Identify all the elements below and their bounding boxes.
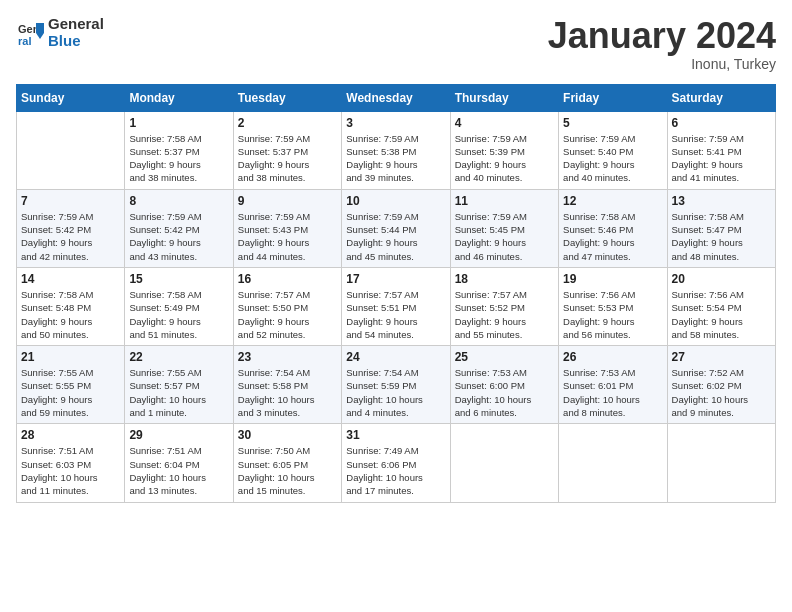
day-info: Sunrise: 7:59 AMSunset: 5:42 PMDaylight:… (21, 210, 120, 263)
weekday-header-friday: Friday (559, 84, 667, 111)
calendar-cell: 8Sunrise: 7:59 AMSunset: 5:42 PMDaylight… (125, 189, 233, 267)
day-number: 21 (21, 350, 120, 364)
month-title: January 2024 (548, 16, 776, 56)
weekday-header-saturday: Saturday (667, 84, 775, 111)
day-number: 22 (129, 350, 228, 364)
svg-marker-2 (36, 23, 44, 33)
day-number: 1 (129, 116, 228, 130)
weekday-header-sunday: Sunday (17, 84, 125, 111)
calendar-cell: 6Sunrise: 7:59 AMSunset: 5:41 PMDaylight… (667, 111, 775, 189)
weekday-header-wednesday: Wednesday (342, 84, 450, 111)
calendar-cell: 28Sunrise: 7:51 AMSunset: 6:03 PMDayligh… (17, 424, 125, 502)
logo-text-line1: General (48, 16, 104, 33)
calendar-cell: 18Sunrise: 7:57 AMSunset: 5:52 PMDayligh… (450, 267, 558, 345)
day-info: Sunrise: 7:53 AMSunset: 6:00 PMDaylight:… (455, 366, 554, 419)
day-info: Sunrise: 7:53 AMSunset: 6:01 PMDaylight:… (563, 366, 662, 419)
day-number: 29 (129, 428, 228, 442)
day-number: 10 (346, 194, 445, 208)
day-number: 9 (238, 194, 337, 208)
day-info: Sunrise: 7:51 AMSunset: 6:03 PMDaylight:… (21, 444, 120, 497)
svg-marker-3 (36, 33, 44, 39)
calendar-cell: 1Sunrise: 7:58 AMSunset: 5:37 PMDaylight… (125, 111, 233, 189)
calendar-cell: 10Sunrise: 7:59 AMSunset: 5:44 PMDayligh… (342, 189, 450, 267)
calendar-cell: 16Sunrise: 7:57 AMSunset: 5:50 PMDayligh… (233, 267, 341, 345)
calendar-cell: 7Sunrise: 7:59 AMSunset: 5:42 PMDaylight… (17, 189, 125, 267)
calendar-cell: 14Sunrise: 7:58 AMSunset: 5:48 PMDayligh… (17, 267, 125, 345)
day-number: 23 (238, 350, 337, 364)
day-info: Sunrise: 7:57 AMSunset: 5:51 PMDaylight:… (346, 288, 445, 341)
day-info: Sunrise: 7:58 AMSunset: 5:49 PMDaylight:… (129, 288, 228, 341)
calendar-cell (667, 424, 775, 502)
day-number: 28 (21, 428, 120, 442)
calendar-cell (450, 424, 558, 502)
day-number: 12 (563, 194, 662, 208)
calendar-cell (17, 111, 125, 189)
calendar-week-row: 1Sunrise: 7:58 AMSunset: 5:37 PMDaylight… (17, 111, 776, 189)
day-info: Sunrise: 7:58 AMSunset: 5:37 PMDaylight:… (129, 132, 228, 185)
day-info: Sunrise: 7:54 AMSunset: 5:59 PMDaylight:… (346, 366, 445, 419)
day-info: Sunrise: 7:56 AMSunset: 5:54 PMDaylight:… (672, 288, 771, 341)
calendar-cell: 2Sunrise: 7:59 AMSunset: 5:37 PMDaylight… (233, 111, 341, 189)
logo: Gene ral General Blue (16, 16, 104, 49)
day-number: 6 (672, 116, 771, 130)
day-info: Sunrise: 7:50 AMSunset: 6:05 PMDaylight:… (238, 444, 337, 497)
day-number: 4 (455, 116, 554, 130)
calendar-cell: 27Sunrise: 7:52 AMSunset: 6:02 PMDayligh… (667, 346, 775, 424)
title-area: January 2024 Inonu, Turkey (548, 16, 776, 72)
day-info: Sunrise: 7:58 AMSunset: 5:47 PMDaylight:… (672, 210, 771, 263)
day-info: Sunrise: 7:55 AMSunset: 5:57 PMDaylight:… (129, 366, 228, 419)
logo-icon: Gene ral (16, 19, 44, 47)
day-number: 20 (672, 272, 771, 286)
day-info: Sunrise: 7:49 AMSunset: 6:06 PMDaylight:… (346, 444, 445, 497)
day-number: 5 (563, 116, 662, 130)
day-number: 16 (238, 272, 337, 286)
svg-text:ral: ral (18, 35, 31, 47)
day-info: Sunrise: 7:59 AMSunset: 5:41 PMDaylight:… (672, 132, 771, 185)
day-number: 24 (346, 350, 445, 364)
day-number: 18 (455, 272, 554, 286)
day-info: Sunrise: 7:59 AMSunset: 5:42 PMDaylight:… (129, 210, 228, 263)
calendar-cell: 26Sunrise: 7:53 AMSunset: 6:01 PMDayligh… (559, 346, 667, 424)
calendar-cell: 20Sunrise: 7:56 AMSunset: 5:54 PMDayligh… (667, 267, 775, 345)
day-info: Sunrise: 7:57 AMSunset: 5:50 PMDaylight:… (238, 288, 337, 341)
weekday-header-monday: Monday (125, 84, 233, 111)
day-number: 27 (672, 350, 771, 364)
day-number: 3 (346, 116, 445, 130)
day-info: Sunrise: 7:57 AMSunset: 5:52 PMDaylight:… (455, 288, 554, 341)
weekday-header-tuesday: Tuesday (233, 84, 341, 111)
day-info: Sunrise: 7:51 AMSunset: 6:04 PMDaylight:… (129, 444, 228, 497)
day-number: 17 (346, 272, 445, 286)
calendar-week-row: 21Sunrise: 7:55 AMSunset: 5:55 PMDayligh… (17, 346, 776, 424)
calendar-cell: 21Sunrise: 7:55 AMSunset: 5:55 PMDayligh… (17, 346, 125, 424)
day-info: Sunrise: 7:55 AMSunset: 5:55 PMDaylight:… (21, 366, 120, 419)
day-number: 8 (129, 194, 228, 208)
day-info: Sunrise: 7:59 AMSunset: 5:43 PMDaylight:… (238, 210, 337, 263)
calendar-cell: 12Sunrise: 7:58 AMSunset: 5:46 PMDayligh… (559, 189, 667, 267)
calendar-cell: 29Sunrise: 7:51 AMSunset: 6:04 PMDayligh… (125, 424, 233, 502)
day-info: Sunrise: 7:59 AMSunset: 5:40 PMDaylight:… (563, 132, 662, 185)
calendar-cell: 23Sunrise: 7:54 AMSunset: 5:58 PMDayligh… (233, 346, 341, 424)
calendar-cell: 9Sunrise: 7:59 AMSunset: 5:43 PMDaylight… (233, 189, 341, 267)
location-subtitle: Inonu, Turkey (548, 56, 776, 72)
calendar-cell: 15Sunrise: 7:58 AMSunset: 5:49 PMDayligh… (125, 267, 233, 345)
calendar-cell: 19Sunrise: 7:56 AMSunset: 5:53 PMDayligh… (559, 267, 667, 345)
calendar-cell: 24Sunrise: 7:54 AMSunset: 5:59 PMDayligh… (342, 346, 450, 424)
calendar-cell: 13Sunrise: 7:58 AMSunset: 5:47 PMDayligh… (667, 189, 775, 267)
calendar-table: SundayMondayTuesdayWednesdayThursdayFrid… (16, 84, 776, 503)
calendar-cell: 17Sunrise: 7:57 AMSunset: 5:51 PMDayligh… (342, 267, 450, 345)
calendar-week-row: 14Sunrise: 7:58 AMSunset: 5:48 PMDayligh… (17, 267, 776, 345)
calendar-cell: 31Sunrise: 7:49 AMSunset: 6:06 PMDayligh… (342, 424, 450, 502)
day-number: 26 (563, 350, 662, 364)
day-info: Sunrise: 7:59 AMSunset: 5:45 PMDaylight:… (455, 210, 554, 263)
day-number: 15 (129, 272, 228, 286)
day-info: Sunrise: 7:59 AMSunset: 5:39 PMDaylight:… (455, 132, 554, 185)
day-number: 14 (21, 272, 120, 286)
day-number: 2 (238, 116, 337, 130)
day-info: Sunrise: 7:52 AMSunset: 6:02 PMDaylight:… (672, 366, 771, 419)
calendar-cell: 25Sunrise: 7:53 AMSunset: 6:00 PMDayligh… (450, 346, 558, 424)
calendar-week-row: 28Sunrise: 7:51 AMSunset: 6:03 PMDayligh… (17, 424, 776, 502)
day-number: 30 (238, 428, 337, 442)
calendar-cell: 30Sunrise: 7:50 AMSunset: 6:05 PMDayligh… (233, 424, 341, 502)
calendar-cell: 4Sunrise: 7:59 AMSunset: 5:39 PMDaylight… (450, 111, 558, 189)
day-number: 19 (563, 272, 662, 286)
